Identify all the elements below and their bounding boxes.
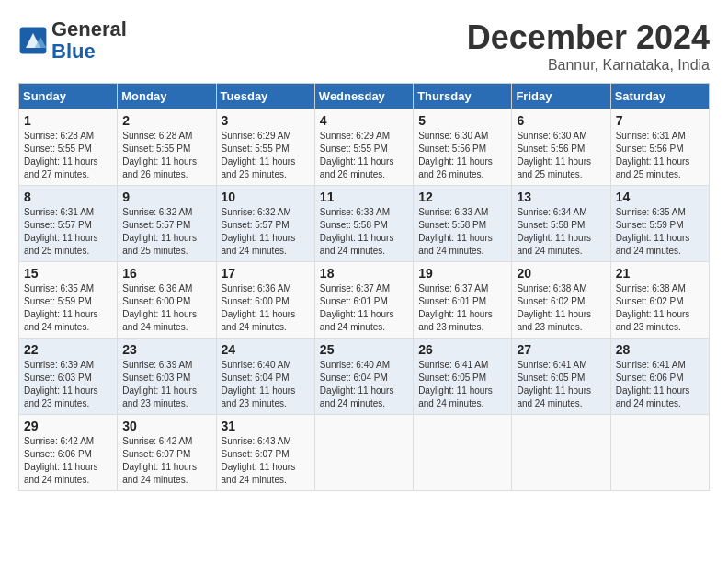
day-info: Sunrise: 6:41 AM Sunset: 6:06 PM Dayligh… bbox=[616, 359, 704, 410]
table-row bbox=[610, 415, 709, 491]
calendar-header-row: Sunday Monday Tuesday Wednesday Thursday… bbox=[19, 84, 710, 109]
day-info: Sunrise: 6:32 AM Sunset: 5:57 PM Dayligh… bbox=[222, 206, 310, 258]
day-number: 4 bbox=[320, 113, 408, 128]
table-row: 22Sunrise: 6:39 AM Sunset: 6:03 PM Dayli… bbox=[19, 339, 118, 415]
table-row: 16Sunrise: 6:36 AM Sunset: 6:00 PM Dayli… bbox=[118, 262, 216, 339]
day-info: Sunrise: 6:35 AM Sunset: 5:59 PM Dayligh… bbox=[24, 282, 112, 334]
day-info: Sunrise: 6:36 AM Sunset: 6:00 PM Dayligh… bbox=[222, 282, 310, 334]
day-number: 7 bbox=[616, 113, 704, 128]
logo-blue: Blue bbox=[51, 40, 96, 63]
title-block: December 2024 Bannur, Karnataka, India bbox=[467, 18, 710, 74]
table-row: 24Sunrise: 6:40 AM Sunset: 6:04 PM Dayli… bbox=[216, 339, 314, 415]
day-number: 16 bbox=[122, 266, 210, 281]
day-number: 28 bbox=[616, 342, 704, 357]
table-row: 1Sunrise: 6:28 AM Sunset: 5:55 PM Daylig… bbox=[19, 109, 118, 186]
day-info: Sunrise: 6:36 AM Sunset: 6:00 PM Dayligh… bbox=[122, 282, 210, 334]
table-row: 20Sunrise: 6:38 AM Sunset: 6:02 PM Dayli… bbox=[512, 262, 610, 339]
table-row: 25Sunrise: 6:40 AM Sunset: 6:04 PM Dayli… bbox=[314, 339, 413, 415]
calendar-row: 1Sunrise: 6:28 AM Sunset: 5:55 PM Daylig… bbox=[19, 109, 710, 186]
table-row bbox=[414, 415, 512, 491]
table-row: 4Sunrise: 6:29 AM Sunset: 5:55 PM Daylig… bbox=[314, 109, 413, 186]
table-row: 10Sunrise: 6:32 AM Sunset: 5:57 PM Dayli… bbox=[216, 186, 314, 262]
day-info: Sunrise: 6:30 AM Sunset: 5:56 PM Dayligh… bbox=[517, 130, 605, 181]
logo: GeneralBlue bbox=[18, 18, 127, 63]
day-info: Sunrise: 6:41 AM Sunset: 6:05 PM Dayligh… bbox=[418, 359, 506, 410]
day-number: 25 bbox=[320, 342, 408, 357]
day-number: 30 bbox=[122, 419, 210, 433]
day-info: Sunrise: 6:29 AM Sunset: 5:55 PM Dayligh… bbox=[320, 130, 408, 181]
day-info: Sunrise: 6:31 AM Sunset: 5:56 PM Dayligh… bbox=[616, 130, 704, 181]
table-row: 19Sunrise: 6:37 AM Sunset: 6:01 PM Dayli… bbox=[414, 262, 512, 339]
day-number: 13 bbox=[517, 190, 605, 204]
table-row: 15Sunrise: 6:35 AM Sunset: 5:59 PM Dayli… bbox=[19, 262, 118, 339]
calendar-row: 22Sunrise: 6:39 AM Sunset: 6:03 PM Dayli… bbox=[19, 339, 710, 415]
day-number: 18 bbox=[320, 266, 408, 281]
table-row: 23Sunrise: 6:39 AM Sunset: 6:03 PM Dayli… bbox=[118, 339, 216, 415]
day-info: Sunrise: 6:34 AM Sunset: 5:58 PM Dayligh… bbox=[517, 206, 605, 258]
day-number: 5 bbox=[418, 113, 506, 128]
table-row: 9Sunrise: 6:32 AM Sunset: 5:57 PM Daylig… bbox=[118, 186, 216, 262]
day-info: Sunrise: 6:40 AM Sunset: 6:04 PM Dayligh… bbox=[320, 359, 408, 410]
day-number: 20 bbox=[517, 266, 605, 281]
day-info: Sunrise: 6:39 AM Sunset: 6:03 PM Dayligh… bbox=[24, 359, 112, 410]
table-row bbox=[512, 415, 610, 491]
table-row: 29Sunrise: 6:42 AM Sunset: 6:06 PM Dayli… bbox=[19, 415, 118, 491]
day-info: Sunrise: 6:31 AM Sunset: 5:57 PM Dayligh… bbox=[24, 206, 112, 258]
day-number: 2 bbox=[122, 113, 210, 128]
day-number: 31 bbox=[222, 419, 310, 433]
table-row: 27Sunrise: 6:41 AM Sunset: 6:05 PM Dayli… bbox=[512, 339, 610, 415]
table-row: 17Sunrise: 6:36 AM Sunset: 6:00 PM Dayli… bbox=[216, 262, 314, 339]
day-info: Sunrise: 6:42 AM Sunset: 6:07 PM Dayligh… bbox=[122, 435, 210, 487]
table-row: 12Sunrise: 6:33 AM Sunset: 5:58 PM Dayli… bbox=[414, 186, 512, 262]
day-info: Sunrise: 6:40 AM Sunset: 6:04 PM Dayligh… bbox=[222, 359, 310, 410]
table-row: 30Sunrise: 6:42 AM Sunset: 6:07 PM Dayli… bbox=[118, 415, 216, 491]
page-header: GeneralBlue December 2024 Bannur, Karnat… bbox=[18, 18, 710, 74]
day-number: 9 bbox=[122, 190, 210, 204]
col-tuesday: Tuesday bbox=[216, 84, 314, 109]
day-info: Sunrise: 6:28 AM Sunset: 5:55 PM Dayligh… bbox=[122, 130, 210, 181]
logo-icon bbox=[18, 26, 48, 55]
day-number: 29 bbox=[24, 419, 112, 433]
table-row: 26Sunrise: 6:41 AM Sunset: 6:05 PM Dayli… bbox=[414, 339, 512, 415]
day-number: 17 bbox=[222, 266, 310, 281]
col-wednesday: Wednesday bbox=[314, 84, 413, 109]
col-monday: Monday bbox=[118, 84, 216, 109]
table-row: 14Sunrise: 6:35 AM Sunset: 5:59 PM Dayli… bbox=[610, 186, 709, 262]
table-row: 31Sunrise: 6:43 AM Sunset: 6:07 PM Dayli… bbox=[216, 415, 314, 491]
day-info: Sunrise: 6:38 AM Sunset: 6:02 PM Dayligh… bbox=[517, 282, 605, 334]
table-row: 7Sunrise: 6:31 AM Sunset: 5:56 PM Daylig… bbox=[610, 109, 709, 186]
day-number: 23 bbox=[122, 342, 210, 357]
col-sunday: Sunday bbox=[19, 84, 118, 109]
table-row: 11Sunrise: 6:33 AM Sunset: 5:58 PM Dayli… bbox=[314, 186, 413, 262]
table-row: 13Sunrise: 6:34 AM Sunset: 5:58 PM Dayli… bbox=[512, 186, 610, 262]
table-row: 2Sunrise: 6:28 AM Sunset: 5:55 PM Daylig… bbox=[118, 109, 216, 186]
table-row bbox=[314, 415, 413, 491]
day-number: 19 bbox=[418, 266, 506, 281]
day-info: Sunrise: 6:42 AM Sunset: 6:06 PM Dayligh… bbox=[24, 435, 112, 487]
day-info: Sunrise: 6:39 AM Sunset: 6:03 PM Dayligh… bbox=[122, 359, 210, 410]
day-info: Sunrise: 6:43 AM Sunset: 6:07 PM Dayligh… bbox=[222, 435, 310, 487]
location: Bannur, Karnataka, India bbox=[467, 57, 710, 74]
day-number: 10 bbox=[222, 190, 310, 204]
day-number: 24 bbox=[222, 342, 310, 357]
day-info: Sunrise: 6:28 AM Sunset: 5:55 PM Dayligh… bbox=[24, 130, 112, 181]
day-number: 1 bbox=[24, 113, 112, 128]
day-number: 14 bbox=[616, 190, 704, 204]
calendar-row: 29Sunrise: 6:42 AM Sunset: 6:06 PM Dayli… bbox=[19, 415, 710, 491]
day-info: Sunrise: 6:33 AM Sunset: 5:58 PM Dayligh… bbox=[320, 206, 408, 258]
calendar-row: 8Sunrise: 6:31 AM Sunset: 5:57 PM Daylig… bbox=[19, 186, 710, 262]
day-number: 27 bbox=[517, 342, 605, 357]
day-info: Sunrise: 6:35 AM Sunset: 5:59 PM Dayligh… bbox=[616, 206, 704, 258]
calendar-table: Sunday Monday Tuesday Wednesday Thursday… bbox=[18, 83, 710, 491]
day-info: Sunrise: 6:32 AM Sunset: 5:57 PM Dayligh… bbox=[122, 206, 210, 258]
day-info: Sunrise: 6:37 AM Sunset: 6:01 PM Dayligh… bbox=[320, 282, 408, 334]
day-number: 21 bbox=[616, 266, 704, 281]
day-number: 11 bbox=[320, 190, 408, 204]
day-info: Sunrise: 6:29 AM Sunset: 5:55 PM Dayligh… bbox=[222, 130, 310, 181]
day-info: Sunrise: 6:41 AM Sunset: 6:05 PM Dayligh… bbox=[517, 359, 605, 410]
month-title: December 2024 bbox=[467, 18, 710, 57]
table-row: 8Sunrise: 6:31 AM Sunset: 5:57 PM Daylig… bbox=[19, 186, 118, 262]
day-number: 3 bbox=[222, 113, 310, 128]
day-number: 6 bbox=[517, 113, 605, 128]
col-saturday: Saturday bbox=[610, 84, 709, 109]
